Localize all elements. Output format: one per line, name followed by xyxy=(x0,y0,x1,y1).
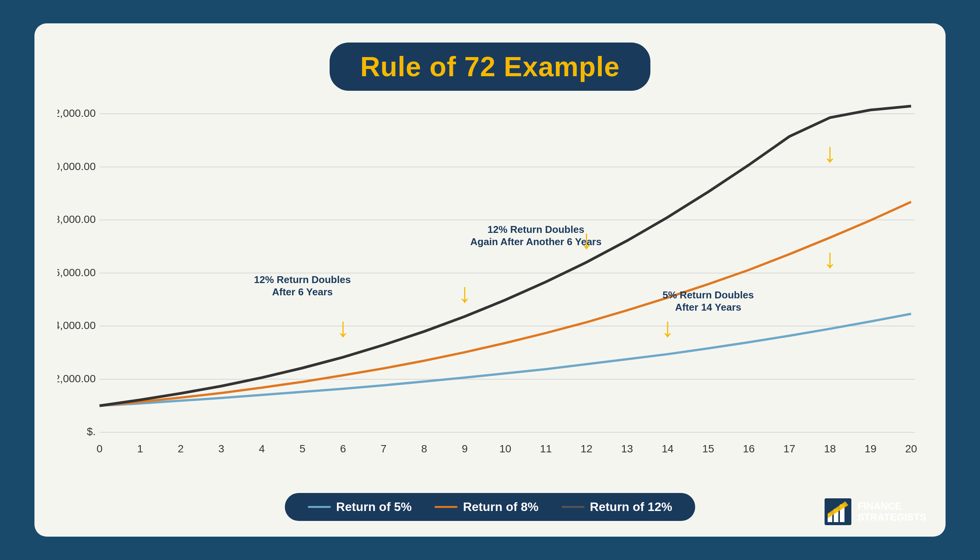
svg-text:6: 6 xyxy=(340,443,346,455)
svg-text:$4,000.00: $4,000.00 xyxy=(57,320,96,331)
legend-item-5pct: Return of 5% xyxy=(308,500,412,514)
legend-line-5pct xyxy=(308,506,331,508)
svg-text:11: 11 xyxy=(540,443,551,455)
svg-text:After 6 Years: After 6 Years xyxy=(272,286,333,298)
svg-text:↓: ↓ xyxy=(824,138,837,167)
line-12pct xyxy=(100,106,911,406)
title-badge: Rule of 72 Example xyxy=(330,43,650,91)
chart-title: Rule of 72 Example xyxy=(360,51,620,82)
svg-text:17: 17 xyxy=(783,443,795,455)
svg-text:2: 2 xyxy=(178,443,184,455)
legend-line-12pct xyxy=(561,506,585,508)
svg-text:12% Return Doubles: 12% Return Doubles xyxy=(254,274,351,285)
legend: Return of 5% Return of 8% Return of 12% xyxy=(285,493,695,521)
svg-text:14: 14 xyxy=(661,443,673,455)
svg-text:18: 18 xyxy=(824,443,835,455)
branding: FINANCE STRATEGISTS xyxy=(825,498,927,525)
svg-text:13: 13 xyxy=(621,443,633,455)
legend-label-5pct: Return of 5% xyxy=(336,500,412,514)
svg-text:12% Return Doubles: 12% Return Doubles xyxy=(488,224,585,235)
svg-text:16: 16 xyxy=(742,443,754,455)
svg-text:↓: ↓ xyxy=(580,224,593,254)
svg-text:20: 20 xyxy=(905,443,917,455)
brand-company: FINANCE xyxy=(857,501,927,512)
chart-svg: $12,000.00 $10,000.00 $8,000.00 $6,000.0… xyxy=(57,102,923,487)
chart-area: $12,000.00 $10,000.00 $8,000.00 $6,000.0… xyxy=(57,102,923,487)
svg-text:5: 5 xyxy=(299,443,306,455)
svg-text:12: 12 xyxy=(580,443,592,455)
svg-text:4: 4 xyxy=(259,443,265,455)
svg-text:9: 9 xyxy=(462,443,468,455)
svg-text:$6,000.00: $6,000.00 xyxy=(57,267,96,278)
svg-text:↓: ↓ xyxy=(824,243,837,273)
svg-text:0: 0 xyxy=(96,443,103,455)
legend-item-8pct: Return of 8% xyxy=(435,500,538,514)
svg-text:3: 3 xyxy=(218,443,224,455)
legend-line-8pct xyxy=(435,506,457,508)
legend-label-12pct: Return of 12% xyxy=(590,500,672,514)
brand-name: FINANCE STRATEGISTS xyxy=(857,501,927,522)
svg-text:8: 8 xyxy=(421,443,427,455)
svg-text:$.: $. xyxy=(87,425,96,437)
brand-logo-icon xyxy=(825,498,851,525)
svg-text:↓: ↓ xyxy=(661,313,674,342)
main-card: Rule of 72 Example $12,000.00 $10,000.00… xyxy=(35,23,945,537)
svg-text:5% Return Doubles: 5% Return Doubles xyxy=(663,289,754,301)
svg-text:$12,000.00: $12,000.00 xyxy=(57,107,96,119)
svg-text:19: 19 xyxy=(864,443,876,455)
svg-text:↓: ↓ xyxy=(458,278,472,308)
svg-text:After 14 Years: After 14 Years xyxy=(675,302,741,313)
legend-label-8pct: Return of 8% xyxy=(463,500,538,514)
svg-text:10: 10 xyxy=(499,443,511,455)
svg-text:15: 15 xyxy=(702,443,714,455)
svg-text:7: 7 xyxy=(380,443,387,455)
svg-text:1: 1 xyxy=(137,443,143,455)
brand-sub: STRATEGISTS xyxy=(857,512,927,523)
legend-item-12pct: Return of 12% xyxy=(561,500,672,514)
svg-text:$8,000.00: $8,000.00 xyxy=(57,213,96,225)
svg-text:$2,000.00: $2,000.00 xyxy=(57,373,96,385)
svg-text:$10,000.00: $10,000.00 xyxy=(57,160,96,172)
svg-text:↓: ↓ xyxy=(337,313,350,342)
